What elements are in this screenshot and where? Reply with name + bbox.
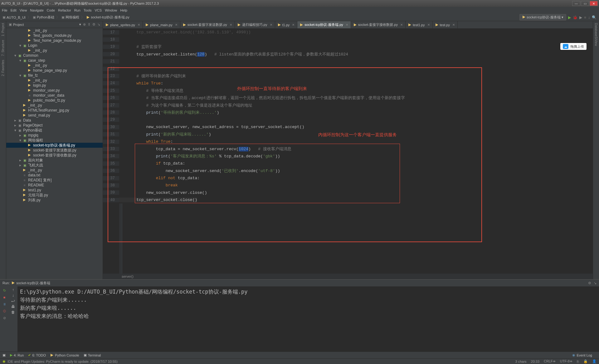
- project-tree[interactable]: ⯈_init_.py⯈Test_goods_module.py⯈Test_hom…: [6, 28, 103, 279]
- tree-item[interactable]: ▾▣Python基础: [6, 128, 103, 133]
- tree-item[interactable]: ⯈socket-套接字发送数据.py: [6, 148, 103, 153]
- search-icon[interactable]: 🔍: [592, 15, 597, 20]
- code-line[interactable]: 39 new_socket_server.close(): [103, 189, 593, 196]
- stop-icon[interactable]: ■: [2, 295, 7, 300]
- code-line[interactable]: 30 new_socket_server, new_socket_adress …: [103, 123, 593, 131]
- exit-icon[interactable]: ⮾: [2, 308, 7, 314]
- tree-item[interactable]: ⯈test1.py: [6, 188, 103, 193]
- code-line[interactable]: 37 elif not tcp_data:: [103, 175, 593, 182]
- status-enc[interactable]: UTF-8≑: [560, 359, 572, 363]
- close-tab-icon[interactable]: ✕: [270, 23, 272, 26]
- lock-icon[interactable]: 🔒: [583, 359, 588, 363]
- code-line[interactable]: 25 # 等待客户端发消息: [103, 87, 593, 94]
- hide-icon[interactable]: ↘: [97, 22, 100, 26]
- run-config-select[interactable]: ⯈ socket-tcp协议-服务端 ▾: [519, 14, 566, 21]
- up-icon[interactable]: ↑: [12, 288, 14, 292]
- gear-icon[interactable]: ⚙: [588, 281, 591, 285]
- menu-run[interactable]: Run: [74, 8, 80, 12]
- editor-tab[interactable]: ⯈test.py✕: [433, 21, 458, 28]
- code-editor[interactable]: 17 tcp_server_socket.bind(('192.168.1.11…: [103, 29, 593, 204]
- close-button[interactable]: ✕: [590, 1, 598, 6]
- tree-item[interactable]: ≡data.txt: [6, 173, 103, 178]
- left-tab[interactable]: 7: Structure: [1, 40, 5, 56]
- code-line[interactable]: 20 tcp_server_socket.listen(128) # liste…: [103, 50, 593, 58]
- inspector-icon[interactable]: 👤: [592, 359, 597, 363]
- tree-item[interactable]: ▸▣Data: [6, 118, 103, 123]
- right-tab[interactable]: Database: [594, 23, 598, 36]
- close-tab-icon[interactable]: ✕: [175, 23, 178, 26]
- code-line[interactable]: 18: [103, 36, 593, 43]
- terminal-tool[interactable]: ▣Terminal: [84, 353, 101, 357]
- maximize-button[interactable]: ▭: [581, 1, 589, 6]
- breadcrumb-item[interactable]: ▣Python基础: [33, 15, 54, 20]
- tree-item[interactable]: ⯈home_page_step.py: [6, 68, 103, 73]
- editor-tab[interactable]: ⯈socket-套接字接收数据.py✕: [351, 21, 406, 28]
- run-output[interactable]: E:\py3\python.exe D:/AUTO_B_UI/Python基础/…: [17, 286, 599, 352]
- print-icon[interactable]: 🖶: [11, 304, 15, 309]
- code-line[interactable]: 23 # 循环等待新的客户端到来: [103, 72, 593, 79]
- tree-item[interactable]: ▾▣网络编程: [6, 138, 103, 143]
- tree-item[interactable]: ▸▣mpglq: [6, 133, 103, 138]
- code-line[interactable]: 21: [103, 58, 593, 65]
- editor-tab[interactable]: ⯈test1.py✕: [406, 21, 433, 28]
- tree-item[interactable]: ⯈login.py: [6, 83, 103, 88]
- tree-item[interactable]: ⯈_init_.py: [6, 103, 103, 108]
- menu-view[interactable]: View: [20, 8, 27, 12]
- code-line[interactable]: 35 if tcp_data:: [103, 160, 593, 167]
- tree-item[interactable]: ▸▣面向对象: [6, 158, 103, 163]
- tree-item[interactable]: ▸▣飞机大战: [6, 163, 103, 168]
- collapse-icon[interactable]: ⇕: [88, 22, 90, 26]
- left-tab[interactable]: 2: Favorites: [1, 60, 5, 76]
- tree-item[interactable]: ≡READE[ 复件]: [6, 178, 103, 183]
- code-line[interactable]: 40 tcp_server_socket.close(): [103, 196, 593, 204]
- tree-item[interactable]: ⯈元组习题.py: [6, 193, 103, 198]
- code-line[interactable]: 17 tcp_server_socket.bind(('192.168.1.11…: [103, 29, 593, 36]
- gear-icon[interactable]: ⚙: [92, 22, 95, 26]
- tree-item[interactable]: ⯈socket-tcp协议-服务端.py: [6, 143, 103, 148]
- tree-item[interactable]: ⯈socket-套接字接收数据.py: [6, 153, 103, 158]
- debug-icon[interactable]: 🐞: [573, 15, 577, 20]
- status-pos[interactable]: 20:33: [531, 360, 540, 363]
- tree-item[interactable]: ⯈monitor_user.py: [6, 88, 103, 93]
- tree-item[interactable]: ▾▣Common: [6, 53, 103, 58]
- todo-tool[interactable]: ✔6: TODO: [28, 353, 46, 357]
- code-line[interactable]: 32 while True:: [103, 138, 593, 145]
- menu-window[interactable]: Window: [105, 8, 117, 12]
- close-tab-icon[interactable]: ✕: [346, 23, 348, 26]
- tree-item[interactable]: ⯈_init_.py: [6, 48, 103, 53]
- upload-toast[interactable]: ☁ 拖拽上传: [560, 43, 587, 50]
- tree-item[interactable]: ⯈HTMLTestRunner_jpg.py: [6, 108, 103, 113]
- code-line[interactable]: 28 print('等待新的客户端到来......'): [103, 109, 593, 116]
- breadcrumb-item[interactable]: ⯈socket-tcp协议-服务端.py: [86, 15, 129, 20]
- tree-item[interactable]: ⯈_init_.py: [6, 63, 103, 68]
- code-line[interactable]: 19 # 监听套接字: [103, 43, 593, 50]
- close-tab-icon[interactable]: ✕: [400, 23, 403, 26]
- close-tab-icon[interactable]: ✕: [292, 23, 295, 26]
- python-console-tool[interactable]: ⯈Python Console: [50, 353, 79, 357]
- stop-icon[interactable]: ■: [584, 15, 586, 20]
- code-line[interactable]: 38 break: [103, 182, 593, 189]
- tree-item[interactable]: ⯈send_mail.py: [6, 113, 103, 118]
- right-tab[interactable]: SiView: [594, 36, 598, 46]
- tree-item[interactable]: ▸▣PageObject: [6, 123, 103, 128]
- code-line[interactable]: 33 tcp_data = new_socket_server.recv(102…: [103, 145, 593, 152]
- editor-breadcrumb[interactable]: server(): [103, 274, 593, 279]
- menu-help[interactable]: Help: [120, 8, 127, 12]
- code-line[interactable]: 36 new_socket_server.send('已收到'.encode('…: [103, 167, 593, 174]
- update-icon[interactable]: ↓: [588, 15, 590, 20]
- code-line[interactable]: 24 while True:: [103, 80, 593, 87]
- pause-icon[interactable]: ⏸: [2, 301, 7, 307]
- code-line[interactable]: 26 # 当客户端连接成功后，accept进行解堵塞，返回一个元祖，然后对元祖进…: [103, 94, 593, 102]
- menu-file[interactable]: File: [2, 8, 7, 12]
- status-crlf[interactable]: CRLF≑: [544, 359, 556, 363]
- code-line[interactable]: 22: [103, 65, 593, 72]
- rerun-icon[interactable]: ↻: [2, 288, 7, 293]
- close-tab-icon[interactable]: ✕: [427, 23, 430, 26]
- tree-item[interactable]: ▾▣case_step: [6, 58, 103, 63]
- tree-item[interactable]: ≡README: [6, 183, 103, 188]
- notif-icon[interactable]: ◉: [2, 359, 6, 363]
- run-icon[interactable]: ▶: [568, 15, 571, 20]
- target-icon[interactable]: ⊕: [83, 22, 86, 26]
- menu-navigate[interactable]: Navigate: [30, 8, 43, 12]
- menu-vcs[interactable]: VCS: [95, 8, 102, 12]
